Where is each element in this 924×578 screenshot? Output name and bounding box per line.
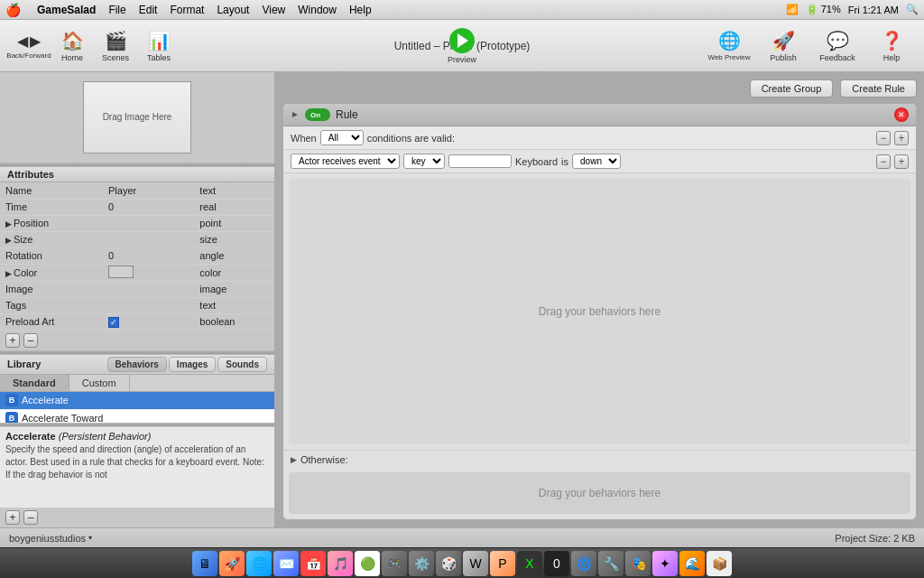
drag-behaviors-area[interactable]: Drag your behaviors here [289, 179, 910, 444]
drag-image-label: Drag Image Here [103, 111, 172, 124]
dock-item9[interactable]: 🔧 [598, 551, 624, 576]
menu-layout[interactable]: Layout [217, 4, 249, 16]
lib-tab-behaviors[interactable]: Behaviors [107, 357, 167, 372]
otherwise-row: ▶ Otherwise: [283, 450, 916, 469]
web-preview-label: Web Preview [708, 53, 751, 61]
dock-item5[interactable]: P [490, 551, 515, 576]
home-label: Home [61, 53, 83, 62]
attr-name-time: Time [0, 199, 103, 215]
drag-otherwise-area[interactable]: Drag your behaviors here [289, 472, 910, 514]
menu-view[interactable]: View [262, 4, 285, 16]
color-swatch[interactable] [108, 266, 134, 278]
dock-item10[interactable]: 🎭 [625, 551, 651, 576]
apple-menu[interactable]: 🍎 [5, 3, 21, 17]
event-key-select[interactable]: key [403, 154, 445, 169]
attr-name-color: ▶Color [0, 264, 103, 281]
menu-file[interactable]: File [108, 4, 125, 16]
dock-launchpad[interactable]: 🚀 [219, 551, 245, 576]
lib-tab-sounds[interactable]: Sounds [217, 357, 267, 372]
event-type-select[interactable]: Actor receives event [291, 154, 400, 169]
menu-help[interactable]: Help [349, 4, 372, 16]
web-preview-button[interactable]: 🌐 Web Preview [706, 24, 753, 68]
dock-item3[interactable]: 🎲 [436, 551, 461, 576]
key-input[interactable] [448, 154, 512, 168]
actor-canvas[interactable]: Drag Image Here [83, 81, 191, 154]
list-item[interactable]: B Accelerate Toward [0, 410, 274, 424]
library-add-button[interactable]: + [5, 510, 20, 525]
cond-pm: − + [876, 154, 909, 169]
cond-minus-button[interactable]: − [876, 154, 891, 169]
attr-value-rotation[interactable]: 0 [103, 247, 194, 264]
scenes-button[interactable]: 🎬 Scenes [96, 24, 135, 68]
preloadart-checkbox[interactable]: ✓ [108, 317, 119, 328]
library-add-remove: + – [0, 508, 274, 527]
web-preview-icon: 🌐 [718, 30, 741, 51]
attr-value-color[interactable] [103, 264, 194, 281]
dock-calendar[interactable]: 📅 [300, 551, 326, 576]
attr-remove-button[interactable]: – [23, 333, 38, 348]
rule-collapse-arrow[interactable] [291, 110, 300, 119]
list-item[interactable]: B Accelerate [0, 392, 274, 410]
attr-value-preloadart[interactable]: ✓ [103, 313, 194, 330]
attr-value-time[interactable]: 0 [103, 199, 194, 215]
dock-item1[interactable]: 🎮 [382, 551, 407, 576]
attr-name-tags: Tags [0, 297, 103, 313]
drag-behaviors-label: Drag your behaviors here [539, 305, 661, 318]
preview-play-button[interactable] [449, 28, 475, 53]
dock-item6[interactable]: X [517, 551, 542, 576]
condition-row: Actor receives event key Keyboard is dow… [283, 150, 916, 173]
dock-item12[interactable]: 🌊 [679, 551, 705, 576]
attributes-table: Name Player text Time 0 real ▶Position p… [0, 182, 274, 331]
help-button[interactable]: ❓ Help [868, 24, 915, 68]
menu-format[interactable]: Format [170, 4, 204, 16]
is-label: is [561, 156, 568, 167]
table-row: Image image [0, 281, 274, 297]
dock-item11[interactable]: ✦ [652, 551, 678, 576]
attr-add-button[interactable]: + [5, 333, 20, 348]
menu-search-icon[interactable]: 🔍 [906, 4, 919, 15]
when-minus-button[interactable]: − [876, 131, 891, 145]
dock-item13[interactable]: 📦 [707, 551, 732, 576]
toolbar-right: 🌐 Web Preview 🚀 Publish 💬 Feedback ❓ Hel… [706, 24, 915, 68]
tables-button[interactable]: 📊 Tables [139, 24, 179, 68]
attr-value-name[interactable]: Player [103, 182, 194, 199]
when-plus-button[interactable]: + [894, 131, 909, 145]
publish-icon: 🚀 [772, 30, 795, 51]
lib-tab-images[interactable]: Images [169, 357, 216, 372]
home-button[interactable]: 🏠 Home [52, 24, 92, 68]
menu-window[interactable]: Window [298, 4, 337, 16]
rule-title: Rule [336, 108, 358, 121]
library-header: Library Behaviors Images Sounds [0, 354, 274, 375]
all-select[interactable]: All Any [320, 130, 364, 145]
right-top-bar: Create Group Create Rule [282, 79, 917, 98]
library-detail: Accelerate (Persistent Behavior) Specify… [0, 426, 274, 508]
dock-finder[interactable]: 🖥 [192, 551, 217, 576]
lib-detail-text: Specify the speed and direction (angle) … [5, 443, 269, 481]
dock-chrome[interactable]: 🟢 [355, 551, 380, 576]
lib-subtab-custom[interactable]: Custom [69, 375, 130, 391]
status-user[interactable]: boygeniusstudios ▾ [9, 533, 92, 544]
rule-close-button[interactable]: ✕ [894, 107, 909, 122]
publish-button[interactable]: 🚀 Publish [760, 24, 807, 68]
dock-item7[interactable]: 0 [544, 551, 569, 576]
create-group-button[interactable]: Create Group [750, 79, 834, 98]
cond-plus-button[interactable]: + [894, 154, 909, 169]
dock-item8[interactable]: 🌀 [571, 551, 596, 576]
back-forward-button[interactable]: ◀▶ Back/Forward [9, 24, 49, 68]
lib-subtab-standard[interactable]: Standard [0, 375, 69, 391]
library-remove-button[interactable]: – [23, 510, 38, 525]
menu-app-name[interactable]: GameSalad [37, 4, 96, 16]
feedback-icon: 💬 [827, 30, 849, 51]
feedback-button[interactable]: 💬 Feedback [814, 24, 861, 68]
down-select[interactable]: down up [572, 154, 621, 169]
dock-item2[interactable]: ⚙️ [409, 551, 434, 576]
dock-itunes[interactable]: 🎵 [328, 551, 353, 576]
dock-item4[interactable]: W [463, 551, 488, 576]
rule-toggle[interactable]: On [305, 108, 330, 121]
rule-header: On Rule ✕ [283, 104, 916, 126]
dock-safari[interactable]: 🌐 [246, 551, 272, 576]
menu-clock: Fri 1:21 AM [848, 5, 899, 15]
menu-edit[interactable]: Edit [139, 4, 158, 16]
create-rule-button[interactable]: Create Rule [840, 79, 917, 98]
dock-mail[interactable]: ✉️ [273, 551, 299, 576]
